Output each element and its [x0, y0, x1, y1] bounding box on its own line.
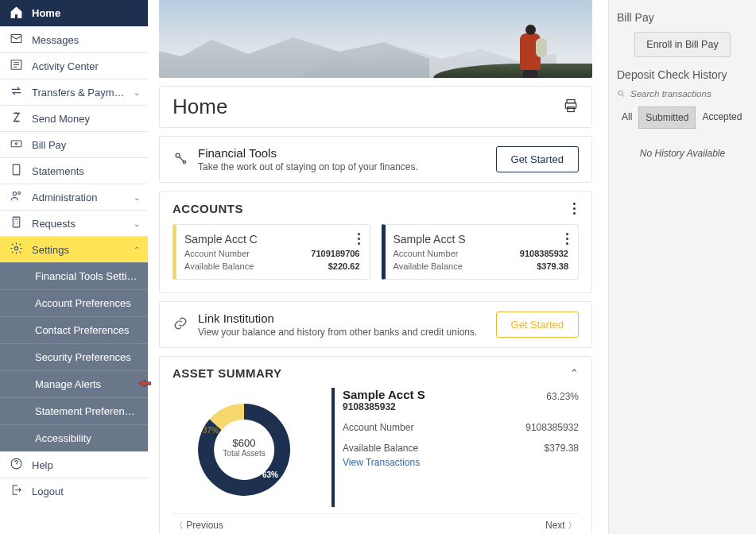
enroll-bill-pay-button[interactable]: Enroll in Bill Pay: [634, 32, 730, 57]
account-options-icon[interactable]: [355, 231, 363, 246]
nav-settings[interactable]: Settings ⌃: [0, 236, 148, 262]
accounts-heading: ACCOUNTS: [173, 202, 243, 215]
nav-activity-center[interactable]: Activity Center: [0, 52, 148, 79]
search-transactions-input[interactable]: [630, 89, 748, 99]
search-row: [617, 89, 748, 99]
asset-summary-card: ASSET SUMMARY ⌃ $600 Total Assets 37% 63…: [159, 356, 592, 534]
svg-rect-12: [568, 107, 574, 112]
tab-submitted[interactable]: Submitted: [638, 106, 696, 129]
get-started-button[interactable]: Get Started: [496, 146, 579, 172]
account-number: 9108385932: [520, 249, 568, 258]
link-institution-card: Link Institution View your balance and h…: [159, 301, 592, 348]
print-icon[interactable]: [563, 98, 579, 116]
asset-acc-label: Account Number: [343, 422, 413, 433]
billpay-title: Bill Pay: [617, 11, 748, 24]
nav-send-money[interactable]: Send Money: [0, 105, 148, 131]
svg-point-5: [13, 192, 16, 195]
doc-icon: [8, 163, 24, 179]
nav-label: Home: [32, 7, 140, 19]
asset-acct-pct: 63.23%: [546, 391, 579, 402]
logout-icon: [8, 483, 24, 499]
wrench-icon: [173, 150, 188, 168]
asset-summary-heading: ASSET SUMMARY: [173, 366, 282, 380]
nav-label: Account Preferences: [35, 297, 140, 309]
donut-total-value: $600: [223, 437, 265, 449]
accounts-card: ACCOUNTS Sample Acct C Account Number710…: [159, 191, 592, 293]
nav-administration[interactable]: Administration ⌄: [0, 184, 148, 210]
page-title: Home: [173, 95, 227, 119]
nav-label: Manage Alerts: [35, 378, 140, 390]
nav-statement-preferences[interactable]: Statement Preferences: [0, 397, 148, 424]
asset-donut-chart: $600 Total Assets 37% 63%: [173, 388, 316, 507]
next-button[interactable]: Next 〉: [545, 519, 577, 532]
account-tile[interactable]: Sample Acct C Account Number7109189706 A…: [173, 224, 370, 280]
nav-transfers[interactable]: Transfers & Payments ⌄: [0, 79, 148, 105]
nav-manage-alerts[interactable]: Manage Alerts: [0, 370, 148, 397]
nav-label: Financial Tools Settings: [35, 270, 140, 282]
nav-label: Transfers & Payments: [32, 87, 126, 99]
asset-bal-val: $379.38: [545, 443, 579, 454]
nav-label: Logout: [32, 486, 140, 497]
link-get-started-button[interactable]: Get Started: [496, 312, 579, 338]
chevron-down-icon: ⌄: [134, 219, 140, 228]
tab-accepted[interactable]: Accepted: [696, 106, 748, 129]
view-transactions-link[interactable]: View Transactions: [343, 457, 579, 468]
card-icon: [8, 137, 24, 153]
nav-messages[interactable]: Messages: [0, 26, 148, 52]
asset-acct-name: Sample Acct S: [343, 388, 579, 401]
svg-point-8: [14, 246, 17, 250]
account-balance: $220.62: [328, 261, 360, 271]
help-icon: [8, 457, 24, 473]
link-inst-subtitle: View your balance and history from other…: [198, 327, 487, 338]
svg-point-6: [17, 192, 20, 195]
nav-account-preferences[interactable]: Account Preferences: [0, 289, 148, 316]
calc-icon: [8, 215, 24, 231]
nav-logout[interactable]: Logout: [0, 478, 148, 504]
nav-label: Administration: [32, 192, 126, 203]
main-content: Home Financial Tools Take the work out o…: [148, 0, 608, 534]
account-number-label: Account Number: [394, 249, 459, 258]
nav-security-preferences[interactable]: Security Preferences: [0, 343, 148, 370]
prev-button[interactable]: 〈 Previous: [174, 519, 223, 532]
donut-pct-b: 63%: [262, 470, 278, 479]
sidebar: Home Messages Activity Center Transfers …: [0, 0, 148, 534]
svg-rect-7: [13, 217, 20, 227]
account-number: 7109189706: [311, 249, 359, 258]
nav-help[interactable]: Help: [0, 451, 148, 478]
nav-accessibility[interactable]: Accessibility: [0, 424, 148, 451]
account-options-icon[interactable]: [563, 231, 572, 246]
svg-rect-4: [13, 164, 20, 175]
account-name: Sample Acct S: [394, 233, 569, 246]
link-inst-title: Link Institution: [198, 312, 487, 325]
nav-requests[interactable]: Requests ⌄: [0, 210, 148, 236]
nav-label: Accessibility: [35, 432, 140, 444]
account-balance: $379.38: [537, 261, 568, 271]
pointer-arrow-icon: [138, 377, 151, 393]
hero-banner: [159, 0, 592, 78]
account-name: Sample Acct C: [184, 233, 360, 246]
admin-icon: [8, 189, 24, 205]
accounts-options-icon[interactable]: [570, 201, 579, 216]
nav-financial-tools-settings[interactable]: Financial Tools Settings: [0, 262, 148, 289]
account-tile[interactable]: Sample Acct S Account Number9108385932 A…: [382, 224, 580, 280]
nav-label: Statements: [32, 165, 140, 177]
mail-icon: [8, 32, 24, 48]
tab-all[interactable]: All: [615, 106, 638, 129]
no-history-text: No History Available: [615, 148, 750, 159]
nav-label: Messages: [32, 34, 140, 46]
nav-statements[interactable]: Statements: [0, 157, 148, 184]
right-panel: Bill Pay Enroll in Bill Pay Deposit Chec…: [608, 0, 756, 534]
nav-label: Bill Pay: [32, 139, 140, 151]
home-icon: [8, 6, 24, 21]
nav-home[interactable]: Home: [0, 0, 148, 26]
nav-bill-pay[interactable]: Bill Pay: [0, 131, 148, 157]
financial-tools-card: Financial Tools Take the work out of sta…: [159, 136, 592, 183]
nav-contact-preferences[interactable]: Contact Preferences: [0, 316, 148, 343]
collapse-icon[interactable]: ⌃: [570, 367, 579, 379]
account-balance-label: Available Balance: [394, 261, 463, 271]
search-icon: [617, 89, 626, 99]
deposit-history-title: Deposit Check History: [617, 68, 748, 81]
link-icon: [173, 315, 188, 334]
asset-acct-number: 9108385932: [343, 401, 579, 412]
swap-icon: [8, 84, 24, 100]
